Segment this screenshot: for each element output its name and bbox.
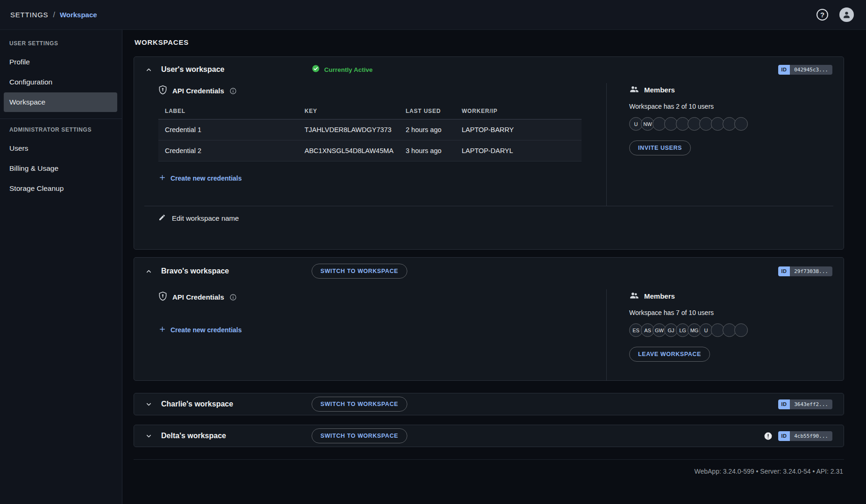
credential-key: ABC1XNSGL54D8LAW45MA [298, 140, 399, 161]
workspace-id-value: 4cb55f90... [790, 431, 832, 441]
workspace-card-header[interactable]: Bravo's workspace SWITCH TO WORKSPACE ID… [134, 258, 844, 285]
workspace-card-header[interactable]: Delta's workspace SWITCH TO WORKSPACE ID… [134, 425, 844, 447]
members-heading: Members [629, 85, 832, 94]
switch-workspace-button[interactable]: SWITCH TO WORKSPACE [312, 397, 407, 412]
workspace-card-bravo: Bravo's workspace SWITCH TO WORKSPACE ID… [134, 257, 844, 381]
create-credentials-label: Create new credentials [170, 326, 242, 334]
shield-icon [158, 85, 167, 97]
credentials-column: API Credentials Create new credentials [145, 289, 606, 380]
credential-row: Credential 2 ABC1XNSGL54D8LAW45MA 3 hour… [158, 140, 582, 161]
switch-workspace-button[interactable]: SWITCH TO WORKSPACE [312, 264, 407, 279]
avatar-row: U NW [629, 117, 832, 131]
members-column: Members Workspace has 2 of 10 users U NW [607, 83, 832, 206]
sidebar-section-user-settings: USER SETTINGS [0, 35, 122, 52]
info-icon[interactable] [229, 294, 237, 301]
workspace-card-header[interactable]: User's workspace Currently Active ID 042… [134, 57, 844, 78]
header-right: ID 3643eff2... [778, 399, 832, 409]
create-credentials-button[interactable]: Create new credentials [158, 325, 242, 335]
topbar-actions: ? [816, 7, 854, 22]
leave-workspace-button[interactable]: LEAVE WORKSPACE [629, 347, 710, 362]
shield-icon [158, 291, 167, 303]
sidebar: USER SETTINGS Profile Configuration Work… [0, 30, 122, 504]
card-footer: Edit workspace name [134, 206, 844, 249]
api-credentials-label: API Credentials [172, 87, 224, 95]
header-right: ID 4cb55f90... [764, 431, 832, 441]
credentials-column: API Credentials LABEL KEY LAST USED WORK… [145, 83, 606, 206]
credential-last-used: 2 hours ago [399, 119, 455, 140]
column-header-last-used: LAST USED [399, 104, 455, 119]
workspace-card-users: User's workspace Currently Active ID 042… [134, 56, 844, 250]
workspace-id-value: 29f73038... [790, 266, 832, 276]
api-credentials-label: API Credentials [172, 293, 224, 301]
people-icon [629, 85, 639, 94]
page-layout: USER SETTINGS Profile Configuration Work… [0, 30, 866, 504]
workspace-name: Charlie's workspace [161, 400, 312, 408]
column-header-label: LABEL [158, 104, 298, 119]
sidebar-item-billing-usage[interactable]: Billing & Usage [4, 159, 117, 178]
workspace-card-delta: Delta's workspace SWITCH TO WORKSPACE ID… [134, 425, 844, 447]
workspace-name: Bravo's workspace [161, 267, 312, 275]
account-avatar-icon[interactable] [839, 7, 854, 22]
workspace-name: Delta's workspace [161, 432, 312, 440]
member-avatar-empty [734, 323, 748, 337]
api-credentials-heading: API Credentials [158, 85, 588, 97]
plus-icon [158, 174, 166, 183]
collapse-chevron-up-icon[interactable] [145, 66, 153, 73]
breadcrumb-separator: / [53, 11, 55, 19]
members-count: Workspace has 2 of 10 users [629, 103, 832, 110]
breadcrumb-settings[interactable]: SETTINGS [10, 11, 48, 19]
breadcrumb-workspace: Workspace [60, 11, 97, 19]
plus-icon [158, 325, 166, 335]
members-count: Workspace has 7 of 10 users [629, 309, 832, 316]
workspace-card-body: API Credentials LABEL KEY LAST USED WORK… [134, 78, 844, 206]
workspace-name: User's workspace [161, 65, 312, 74]
workspace-id-badge[interactable]: ID 29f73038... [778, 266, 832, 276]
credentials-table: LABEL KEY LAST USED WORKER/IP Credential… [158, 104, 582, 161]
collapse-chevron-down-icon[interactable] [145, 401, 153, 408]
pencil-icon [158, 214, 166, 223]
sidebar-item-profile[interactable]: Profile [4, 52, 117, 72]
sidebar-item-storage-cleanup[interactable]: Storage Cleanup [4, 179, 117, 198]
credential-label: Credential 2 [158, 140, 298, 161]
credential-key: TJAHLVDER8LAWDGY7373 [298, 119, 399, 140]
help-icon[interactable]: ? [816, 9, 828, 21]
people-icon [629, 291, 639, 301]
create-credentials-label: Create new credentials [170, 175, 242, 182]
id-tag: ID [778, 266, 790, 276]
credential-last-used: 3 hours ago [399, 140, 455, 161]
workspace-id-badge[interactable]: ID 3643eff2... [778, 399, 832, 409]
credential-label: Credential 1 [158, 119, 298, 140]
workspace-card-body: API Credentials Create new credentials [134, 285, 844, 380]
header-right: ID 042945c3... [778, 65, 832, 75]
main-content: WORKSPACES User's workspace Currently Ac… [122, 30, 866, 504]
breadcrumb: SETTINGS / Workspace [10, 11, 97, 19]
invite-users-button[interactable]: INVITE USERS [629, 140, 691, 155]
collapse-chevron-down-icon[interactable] [145, 433, 153, 440]
credential-worker: LAPTOP-BARRY [455, 119, 582, 140]
workspace-id-badge[interactable]: ID 042945c3... [778, 65, 832, 75]
sidebar-item-users[interactable]: Users [4, 139, 117, 158]
workspace-id-value: 3643eff2... [790, 399, 832, 409]
members-heading: Members [629, 291, 832, 301]
workspace-id-badge[interactable]: ID 4cb55f90... [778, 431, 832, 441]
switch-workspace-button[interactable]: SWITCH TO WORKSPACE [312, 428, 407, 443]
sidebar-section-admin-settings: ADMINISTRATOR SETTINGS [0, 122, 122, 139]
edit-workspace-name-label: Edit workspace name [172, 214, 239, 222]
info-icon[interactable] [229, 87, 237, 95]
members-label: Members [644, 292, 675, 300]
collapse-chevron-up-icon[interactable] [145, 268, 153, 275]
credential-worker: LAPTOP-DARYL [455, 140, 582, 161]
sidebar-item-workspace[interactable]: Workspace [4, 92, 117, 112]
sidebar-item-configuration[interactable]: Configuration [4, 72, 117, 92]
members-column: Members Workspace has 7 of 10 users ES A… [607, 289, 832, 380]
header-right: ID 29f73038... [778, 266, 832, 276]
warning-icon[interactable] [764, 432, 773, 441]
members-label: Members [644, 86, 675, 94]
workspace-card-header[interactable]: Charlie's workspace SWITCH TO WORKSPACE … [134, 393, 844, 415]
sidebar-divider [0, 119, 122, 119]
api-credentials-heading: API Credentials [158, 291, 588, 303]
create-credentials-button[interactable]: Create new credentials [158, 174, 242, 183]
workspace-id-value: 042945c3... [790, 65, 832, 75]
edit-workspace-name-button[interactable]: Edit workspace name [158, 214, 239, 223]
credentials-table-header-row: LABEL KEY LAST USED WORKER/IP [158, 104, 582, 119]
